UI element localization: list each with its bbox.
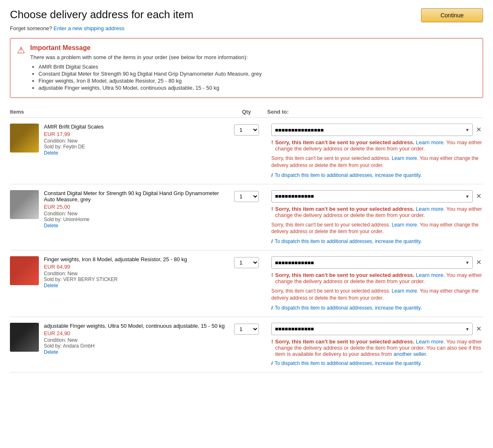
item-price: EUR 17,99	[44, 131, 103, 137]
item-condition: Condition: New	[44, 337, 225, 343]
info-icon: i	[271, 360, 273, 366]
col-sendto-header: Send to:	[267, 109, 483, 115]
address-dropdown-row: ■■■■■■■■■■■■ ▼ ✕	[271, 256, 483, 269]
item-sold-by: Sold by: Feytin DE	[44, 144, 103, 150]
dispatch-info: i To dispatch this item to additional ad…	[271, 360, 483, 366]
remove-address-button[interactable]: ✕	[474, 325, 483, 333]
item-left-col: Constant Digital Meter for Strength 90 k…	[10, 190, 226, 229]
qty-cell: 123	[226, 124, 267, 136]
dispatch-info: i To dispatch this item to additional ad…	[271, 305, 483, 311]
important-message-box: ⚠ Important Message There was a problem …	[10, 38, 483, 98]
another-seller-link[interactable]: another seller.	[393, 351, 427, 357]
item-condition: Condition: New	[44, 271, 187, 276]
address-select[interactable]: ■■■■■■■■■■■■	[271, 256, 473, 269]
forget-someone-text: Forget someone? Enter a new shipping add…	[10, 25, 194, 31]
dispatch-info: i To dispatch this item to additional ad…	[271, 238, 483, 244]
remove-address-button[interactable]: ✕	[474, 192, 483, 200]
item-info: adjustable Finger weights, Ultra 50 Mode…	[44, 323, 225, 355]
important-items-list: AMIR Brifit Digital Scales Constant Digi…	[30, 64, 262, 91]
address-select[interactable]: ■■■■■■■■■■■■	[271, 190, 473, 203]
table-row: Constant Digital Meter for Strength 90 k…	[10, 184, 483, 251]
learn-more-link-light[interactable]: Learn more.	[392, 155, 419, 161]
send-to-cell: ■■■■■■■■■■■■ ▼ ✕ ! Sorry, this item can'…	[267, 190, 483, 245]
item-left-col: adjustable Finger weights, Ultra 50 Mode…	[10, 323, 226, 355]
item-info: Constant Digital Meter for Strength 90 k…	[44, 190, 226, 229]
qty-select[interactable]: 123	[234, 257, 259, 268]
item-sold-by: Sold by: Andara GmbH	[44, 343, 225, 349]
remove-address-button[interactable]: ✕	[474, 258, 483, 267]
learn-more-link[interactable]: Learn more.	[416, 139, 445, 145]
item-title: adjustable Finger weights, Ultra 50 Mode…	[44, 323, 225, 329]
qty-cell: 123	[226, 323, 267, 335]
important-title: Important Message	[30, 44, 262, 52]
warning-icon: ⚠	[17, 45, 25, 92]
item-image	[10, 124, 39, 153]
send-to-cell: ■■■■■■■■■■■■■■■ ▼ ✕ ! Sorry, this item c…	[267, 124, 483, 178]
learn-more-link[interactable]: Learn more.	[416, 206, 445, 212]
delete-link[interactable]: Delete	[44, 283, 58, 288]
exclaim-icon: !	[271, 272, 273, 284]
learn-more-link-light[interactable]: Learn more.	[392, 288, 419, 294]
col-items-header: Items	[10, 109, 226, 115]
list-item: AMIR Brifit Digital Scales	[38, 64, 262, 70]
list-item: Constant Digital Meter for Strength 90 k…	[38, 71, 262, 77]
item-image	[10, 256, 39, 285]
col-qty-header: Qty	[226, 109, 267, 115]
qty-select[interactable]: 123	[234, 191, 259, 202]
important-description: There was a problem with some of the ite…	[30, 54, 262, 60]
item-price: EUR 25,00	[44, 204, 226, 210]
item-sold-by: Sold by: UnionHome	[44, 217, 226, 222]
item-info: AMIR Brifit Digital Scales EUR 17,99 Con…	[44, 124, 103, 156]
item-condition: Condition: New	[44, 138, 103, 144]
delete-link[interactable]: Delete	[44, 223, 58, 229]
item-title: AMIR Brifit Digital Scales	[44, 124, 103, 130]
item-condition: Condition: New	[44, 211, 226, 217]
error-light-message: Sorry, this item can't be sent to your s…	[271, 222, 483, 236]
delete-link[interactable]: Delete	[44, 349, 58, 355]
qty-select[interactable]: 123	[234, 324, 259, 335]
exclaim-icon: !	[271, 206, 273, 218]
address-dropdown-wrapper: ■■■■■■■■■■■■ ▼	[271, 190, 473, 203]
address-dropdown-row: ■■■■■■■■■■■■ ▼ ✕	[271, 323, 483, 335]
item-title: Constant Digital Meter for Strength 90 k…	[44, 190, 226, 203]
address-dropdown-wrapper: ■■■■■■■■■■■■■■■ ▼	[271, 124, 473, 136]
address-dropdown-wrapper: ■■■■■■■■■■■■ ▼	[271, 323, 473, 335]
item-sold-by: Sold by: VERY BERRY STICKER	[44, 276, 187, 282]
info-icon: i	[271, 305, 273, 311]
list-item: adjustable Finger weights, Ultra 50 Mode…	[38, 85, 262, 91]
enter-new-address-link[interactable]: Enter a new shipping address	[54, 25, 124, 31]
send-to-cell: ■■■■■■■■■■■■ ▼ ✕ ! Sorry, this item can'…	[267, 256, 483, 311]
address-select[interactable]: ■■■■■■■■■■■■	[271, 323, 473, 335]
qty-select[interactable]: 123	[234, 124, 259, 136]
address-dropdown-row: ■■■■■■■■■■■■■■■ ▼ ✕	[271, 124, 483, 136]
table-header: Items Qty Send to:	[10, 106, 483, 118]
error-bold-message: ! Sorry, this item can't be sent to your…	[271, 338, 483, 357]
error-bold-message: ! Sorry, this item can't be sent to your…	[271, 272, 483, 284]
exclaim-icon: !	[271, 139, 273, 152]
exclaim-icon: !	[271, 338, 273, 357]
info-icon: i	[271, 238, 273, 244]
learn-more-link[interactable]: Learn more.	[416, 338, 445, 345]
delete-link[interactable]: Delete	[44, 150, 58, 156]
learn-more-link[interactable]: Learn more.	[416, 272, 445, 278]
address-dropdown-row: ■■■■■■■■■■■■ ▼ ✕	[271, 190, 483, 203]
error-bold-message: ! Sorry, this item can't be sent to your…	[271, 206, 483, 218]
qty-cell: 123	[226, 190, 267, 202]
error-light-message: Sorry, this item can't be sent to your s…	[271, 288, 483, 302]
continue-button[interactable]: Continue	[421, 8, 483, 22]
learn-more-link-light[interactable]: Learn more.	[392, 222, 419, 228]
table-row: Finger weights, Iron 8 Model, adjustable…	[10, 250, 483, 317]
error-light-message: Sorry, this item can't be sent to your s…	[271, 155, 483, 169]
item-image	[10, 190, 39, 219]
item-price: EUR 24,90	[44, 330, 225, 336]
qty-cell: 123	[226, 256, 267, 268]
dispatch-info: i To dispatch this item to additional ad…	[271, 172, 483, 178]
item-left-col: AMIR Brifit Digital Scales EUR 17,99 Con…	[10, 124, 226, 156]
address-select[interactable]: ■■■■■■■■■■■■■■■	[271, 124, 473, 136]
remove-address-button[interactable]: ✕	[474, 126, 483, 134]
item-price: EUR 64,99	[44, 264, 187, 270]
error-bold-message: ! Sorry, this item can't be sent to your…	[271, 139, 483, 152]
send-to-cell: ■■■■■■■■■■■■ ▼ ✕ ! Sorry, this item can'…	[267, 323, 483, 366]
list-item: Finger weights, Iron 8 Model, adjustable…	[38, 78, 262, 84]
item-title: Finger weights, Iron 8 Model, adjustable…	[44, 256, 187, 262]
